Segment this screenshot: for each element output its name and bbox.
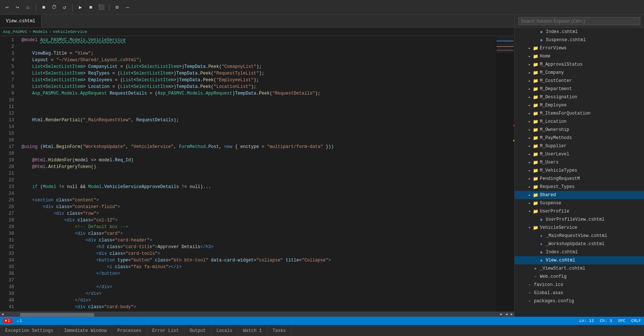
- tree-item-label: M_UserLevel: [540, 152, 569, 157]
- forward-icon[interactable]: ↪: [13, 3, 21, 11]
- tab-output[interactable]: Output: [185, 325, 211, 336]
- tree-item-m-ownership[interactable]: ▸📁M_Ownership: [515, 126, 644, 134]
- tab-exception-settings-label: Exception Settings: [5, 328, 53, 333]
- tree-item-view-cshtml[interactable]: ◉View.cshtml: [515, 256, 644, 264]
- tree-item-global-asax[interactable]: ○Global.asax: [515, 289, 644, 297]
- tree-item-index-cshtml[interactable]: ◉Index.cshtml: [515, 248, 644, 256]
- stop-icon[interactable]: ■: [87, 3, 95, 11]
- code-line: <i class="fas fa-minus"></i>: [19, 264, 496, 270]
- tab-tasks[interactable]: Tasks: [268, 325, 292, 336]
- chevron-right-icon: ▸: [527, 70, 532, 76]
- tree-item-label: Index.cshtml: [546, 250, 578, 255]
- back-icon[interactable]: ↩: [3, 3, 11, 11]
- tree-item-m-approvalstatus[interactable]: ▸📁M_ApprovalStatus: [515, 60, 644, 69]
- tree-item-m-userlevel[interactable]: ▸📁M_UserLevel: [515, 150, 644, 158]
- code-line: @using (Html.BeginForm("WorkshopUpdate",…: [19, 144, 496, 150]
- tree-item-m-employee[interactable]: ▸📁M_Employee: [515, 101, 644, 109]
- code-editor: 1234567891011121314151617181920212223242…: [0, 36, 514, 312]
- tab-locals[interactable]: Locals: [211, 325, 238, 336]
- folder-icon: 📁: [532, 200, 538, 206]
- toolbar-sep-2: [72, 4, 73, 11]
- tree-item-m-users[interactable]: ▸📁M_Users: [515, 158, 644, 167]
- tree-item-label: Suspense.cshtml: [546, 37, 586, 43]
- code-line: List<SelectListItem> ReqTypes = (List<Se…: [19, 70, 496, 77]
- tree-item-home[interactable]: ▸📁Home: [515, 52, 644, 60]
- solution-search-input[interactable]: [518, 17, 640, 25]
- tree-item-m-dessignation[interactable]: ▸📁M_Dessignation: [515, 93, 644, 101]
- nav-forward-btn[interactable]: ▶: [509, 312, 514, 316]
- tree-item-suspense[interactable]: ▸📁Suspense: [515, 199, 644, 207]
- settings-icon[interactable]: ⚙: [113, 3, 121, 11]
- code-content[interactable]: @model Asp_PASMVC.Models.VehicleService …: [19, 36, 496, 312]
- error-icon: ✖: [5, 319, 7, 323]
- tree-item--viewstart-cshtml[interactable]: ◈_ViewStart.cshtml: [515, 264, 644, 273]
- code-line: Html.RenderPartial("_MainRequestView", R…: [19, 117, 496, 123]
- tree-item-label: M_Users: [540, 160, 558, 165]
- chevron-right-icon: ▸: [527, 94, 532, 100]
- tab-exception-settings[interactable]: Exception Settings: [0, 325, 59, 336]
- top-toolbar: ↩ ↪ ⌂ ■ ⏱ ↺ ▶ ■ ⬛ ⚙ —: [0, 0, 644, 15]
- tree-item-m-vehicletypes[interactable]: ▸📁M_VehicleTypes: [515, 167, 644, 175]
- tree-item-label: UserProfile: [540, 209, 569, 214]
- code-line: <button type="button" class="btn btn-too…: [19, 257, 496, 264]
- chevron-right-icon: ▸: [527, 192, 532, 198]
- bottom-scrollbar[interactable]: ◀ ▶ ◀ ▶: [0, 312, 514, 317]
- tree-item-m-costcenter[interactable]: ▸📁M_CostCenter: [515, 77, 644, 85]
- folder-icon: 📁: [532, 111, 538, 116]
- tab-view-cshtml[interactable]: View.cshtml: [0, 15, 42, 27]
- tree-item-m-company[interactable]: ▸📁M_Company: [515, 69, 644, 77]
- file-icon: ◈: [538, 233, 544, 239]
- tree-item-label: M_Location: [540, 119, 567, 124]
- scroll-left-btn[interactable]: ◀: [0, 312, 5, 317]
- tree-item-favicon-ico[interactable]: ○favicon.ico: [515, 281, 644, 289]
- tree-item-request-types[interactable]: ▸📁Request_Types: [515, 183, 644, 191]
- tree-item-m-department[interactable]: ▸📁M_Department: [515, 85, 644, 93]
- folder-icon: 📁: [532, 225, 538, 231]
- tree-item-m-paymethods[interactable]: ▸📁M_PayMethods: [515, 134, 644, 142]
- scroll-right-btn[interactable]: ▶: [499, 312, 504, 317]
- tab-error-list[interactable]: Error List: [147, 325, 185, 336]
- tree-item--mainrequestview-cshtml[interactable]: ◈_MainRequestView.cshtml: [515, 232, 644, 240]
- code-line: </div>: [19, 297, 496, 304]
- nav-back-btn[interactable]: ◀: [504, 312, 509, 316]
- folder-icon: 📁: [532, 192, 538, 198]
- tree-item-pendingrequestm[interactable]: ▸📁PendingRequestM: [515, 175, 644, 183]
- tree-item-packages-config[interactable]: ○packages.config: [515, 297, 644, 305]
- tab-processes[interactable]: Processes: [112, 325, 147, 336]
- tree-item-label: M_Employee: [540, 103, 567, 108]
- refresh-icon[interactable]: ↺: [60, 3, 69, 11]
- chevron-down-icon: ▾: [527, 208, 532, 214]
- tree-item-userprofileview-cshtml[interactable]: ◉UserProfileView.cshtml: [515, 215, 644, 224]
- code-line: <div class="row">: [19, 210, 496, 217]
- code-line: @model Asp_PASMVC.Models.VehicleService: [19, 37, 496, 43]
- clock-icon[interactable]: ⏱: [50, 3, 58, 11]
- tab-immediate-window[interactable]: Immediate Window: [59, 325, 112, 336]
- status-bar: ✖ 2 ⚠ 1 Ln: 12 Ch: 3 SPC CRLF: [0, 317, 644, 325]
- file-icon: ○: [527, 290, 532, 296]
- home-icon[interactable]: ⌂: [24, 3, 32, 11]
- tree-item-m-location[interactable]: ▸📁M_Location: [515, 118, 644, 126]
- tree-item-shared[interactable]: ▸📁Shared: [515, 191, 644, 199]
- tab-watch[interactable]: Watch 1: [238, 325, 267, 336]
- tree-item-vehicleservice[interactable]: ▾📁VehicleService: [515, 224, 644, 232]
- debug-icon[interactable]: ■: [40, 3, 48, 11]
- folder-icon: 📁: [532, 208, 538, 214]
- tree-item-web-config[interactable]: ○Web.config: [515, 273, 644, 281]
- tree-item-suspense-cshtml[interactable]: ◉Suspense.cshtml: [515, 36, 644, 44]
- status-right: Ln: 12 Ch: 3 SPC CRLF: [579, 319, 641, 323]
- code-line: List<SelectListItem> CompanyList = (List…: [19, 63, 496, 70]
- code-line: <div class="card-header">: [19, 237, 496, 244]
- tree-item-m-itemsforquotation[interactable]: ▸📁M_ItemsForQuotation: [515, 109, 644, 118]
- tree-item-label: M_Company: [540, 70, 564, 75]
- warning-icon: ⚠: [17, 319, 19, 323]
- play-icon[interactable]: ▶: [76, 3, 84, 11]
- chevron-right-icon: ▸: [527, 168, 532, 174]
- tree-item-index-cshtml[interactable]: ◉Index.cshtml: [515, 28, 644, 36]
- tree-item-label: M_ApprovalStatus: [540, 62, 582, 67]
- tree-item-userprofile[interactable]: ▾📁UserProfile: [515, 207, 644, 215]
- step-icon[interactable]: ⬛: [97, 3, 105, 11]
- tree-item--workshopupdate-cshtml[interactable]: ◈_WorkshopUpdate.cshtml: [515, 240, 644, 248]
- tree-item-errorviews[interactable]: ▸📁ErrorViews: [515, 44, 644, 52]
- tree-item-m-supplier[interactable]: ▸📁M_Supplier: [515, 142, 644, 150]
- minimize-icon[interactable]: —: [123, 3, 132, 11]
